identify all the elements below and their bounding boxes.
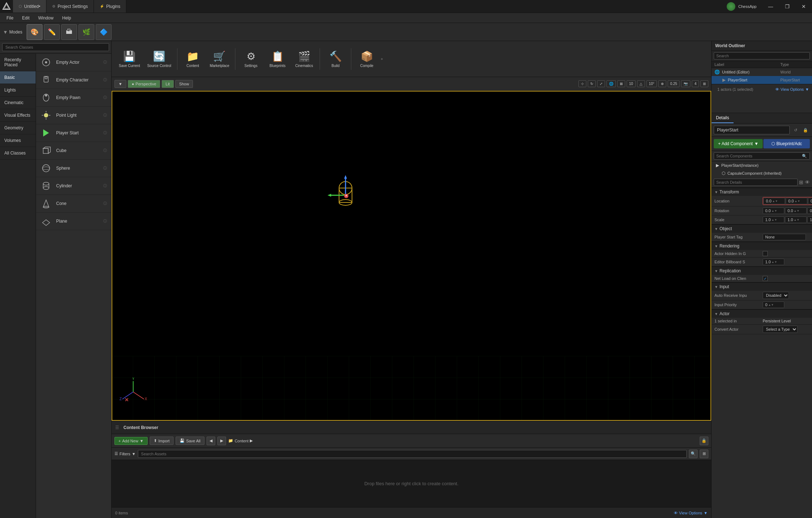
surface-snapping-icon[interactable]: ⊠ (617, 80, 625, 87)
editor-billboard-field[interactable]: 1.0 ▲▼ (763, 259, 784, 265)
mode-landscape[interactable]: 🏔 (61, 24, 77, 40)
grid-value[interactable]: 10 (627, 80, 636, 87)
search-components-input[interactable] (714, 152, 810, 160)
angle-value[interactable]: 10° (646, 80, 657, 87)
build-button[interactable]: 🔨 Build (323, 43, 348, 75)
mode-place[interactable]: 🎨 (27, 24, 42, 40)
list-item[interactable]: Cylinder ⓘ (36, 177, 111, 195)
list-item[interactable]: Empty Actor ⓘ (36, 54, 111, 71)
rotate-icon[interactable]: ↻ (588, 80, 596, 87)
show-button[interactable]: Show (175, 80, 193, 88)
object-section-header[interactable]: ▼ Object (712, 224, 812, 233)
tab-untitled[interactable]: ⬡ Untitled• (13, 0, 46, 13)
mode-paint[interactable]: ✏️ (44, 24, 60, 40)
rotation-z-field[interactable]: 0.0° ▲▼ (807, 207, 812, 214)
content-browser-content[interactable]: Drop files here or right click to create… (112, 460, 711, 507)
menu-edit[interactable]: Edit (18, 14, 33, 22)
transform-section-header[interactable]: ▼ Transform (712, 188, 812, 196)
save-current-button[interactable]: 💾 Save Current (116, 43, 143, 75)
location-y-field[interactable]: 0.0 ▲▼ (786, 198, 807, 204)
menu-help[interactable]: Help (59, 14, 75, 22)
rotation-x-arrow[interactable]: ▲▼ (771, 209, 777, 213)
category-visual-effects[interactable]: Visual Effects (0, 109, 36, 122)
camera-value[interactable]: 4 (692, 80, 699, 87)
location-y-arrow[interactable]: ▲▼ (794, 200, 800, 203)
category-recently-placed[interactable]: Recently Placed (0, 54, 36, 71)
cb-view-button[interactable]: ⊞ (700, 450, 708, 458)
details-eye-icon[interactable]: 👁 (805, 179, 810, 185)
details-tab[interactable]: Details (712, 113, 734, 123)
list-item[interactable]: Player Start ⓘ (36, 124, 111, 142)
blueprints-button[interactable]: 📋 Blueprints (265, 43, 290, 75)
category-cinematic[interactable]: Cinematic (0, 97, 36, 109)
category-geometry[interactable]: Geometry (0, 122, 36, 134)
list-item[interactable]: Plane ⓘ (36, 213, 111, 230)
translate-icon[interactable]: ⊹ (578, 80, 586, 87)
scale-y-arrow[interactable]: ▲▼ (794, 218, 799, 222)
actor-name-input[interactable] (714, 126, 790, 134)
nav-forward-button[interactable]: ▶ (217, 437, 226, 445)
toolbar-expand-button[interactable]: » (381, 57, 383, 61)
category-basic[interactable]: Basic (0, 71, 36, 84)
cinematics-button[interactable]: 🎬 Cinematics (292, 43, 317, 75)
marketplace-button[interactable]: 🛒 Marketplace (207, 43, 232, 75)
category-all-classes[interactable]: All Classes (0, 147, 36, 160)
rendering-section-header[interactable]: ▼ Rendering (712, 242, 812, 250)
component-capsule[interactable]: ⬡ CapsuleComponent (Inherited) (712, 169, 812, 177)
input-priority-field[interactable]: 0 ▲▼ (763, 302, 784, 308)
list-item[interactable]: Empty Character ⓘ (36, 71, 111, 89)
rotation-x-field[interactable]: 0.0 ▲▼ (763, 207, 784, 214)
location-x-field[interactable]: 0.0 ▲▼ (763, 198, 785, 204)
actor-section-header[interactable]: ▼ Actor (712, 309, 812, 318)
replication-section-header[interactable]: ▼ Replication (712, 267, 812, 275)
search-classes-input[interactable] (2, 43, 109, 51)
actor-hidden-checkbox[interactable] (763, 251, 768, 256)
viewport-dropdown[interactable]: ▼ (114, 80, 126, 88)
location-z-field[interactable]: 0.0 ▲▼ (808, 198, 812, 204)
details-grid-icon[interactable]: ⊞ (799, 179, 803, 185)
menu-window[interactable]: Window (35, 14, 57, 22)
actor-reset-button[interactable]: ↺ (791, 126, 800, 134)
list-item[interactable]: Point Light ⓘ (36, 107, 111, 124)
mode-geometry[interactable]: 🔷 (96, 24, 112, 40)
content-button[interactable]: 📁 Content (180, 43, 206, 75)
add-component-button[interactable]: + Add Component ▼ (714, 139, 763, 148)
settings-button[interactable]: ⚙ Settings (238, 43, 263, 75)
list-item[interactable]: Sphere ⓘ (36, 160, 111, 177)
menu-file[interactable]: File (3, 14, 17, 22)
save-all-button[interactable]: 💾 Save All (176, 437, 204, 445)
outliner-playerstart-item[interactable]: ▶ PlayerStart PlayerStart (712, 76, 812, 84)
mode-foliage[interactable]: 🌿 (78, 24, 94, 40)
perspective-button[interactable]: ● Perspective (128, 80, 160, 88)
editor-billboard-arrow[interactable]: ▲▼ (771, 260, 777, 264)
camera-icon[interactable]: 📷 (681, 80, 690, 87)
search-button[interactable]: 🔍 (689, 450, 698, 458)
blueprint-button[interactable]: ⬡ Blueprint/Adc (763, 139, 810, 148)
input-section-header[interactable]: ▼ Input (712, 282, 812, 291)
rotation-y-arrow[interactable]: ▲▼ (794, 209, 799, 213)
world-icon[interactable]: 🌐 (606, 80, 616, 87)
list-item[interactable]: Cube ⓘ (36, 142, 111, 160)
scale-x-field[interactable]: 1.0 ▲▼ (763, 216, 784, 223)
outliner-search-input[interactable] (714, 52, 810, 59)
list-item[interactable]: Cone ⓘ (36, 195, 111, 213)
category-volumes[interactable]: Volumes (0, 134, 36, 147)
auto-receive-select[interactable]: Disabled (763, 292, 789, 299)
search-assets-input[interactable] (138, 450, 687, 458)
import-button[interactable]: ⬆ Import (150, 437, 173, 445)
outliner-world-item[interactable]: 🌐 Untitled (Editor) World (712, 68, 812, 76)
source-control-button[interactable]: 🔄 Source Control (144, 43, 174, 75)
convert-actor-select[interactable]: Select a Type (763, 326, 798, 333)
cb-view-options-button[interactable]: 👁 View Options ▼ (674, 511, 708, 515)
player-start-tag-input[interactable] (763, 234, 806, 240)
snap-value[interactable]: 0.25 (668, 80, 680, 87)
3d-viewport[interactable]: X Y Z ✕ (112, 91, 711, 421)
component-player-start[interactable]: ▶ PlayerStart(Instance) (712, 161, 812, 169)
close-button[interactable]: ✕ (795, 0, 812, 13)
nav-back-button[interactable]: ◀ (207, 437, 215, 445)
search-details-input[interactable] (714, 179, 798, 186)
tab-plugins[interactable]: ⚡ Plugins (94, 0, 126, 13)
filters-button[interactable]: ☰ Filters ▼ (114, 451, 136, 456)
add-new-button[interactable]: + Add New ▼ (114, 437, 148, 445)
angle-icon[interactable]: △ (637, 80, 645, 87)
